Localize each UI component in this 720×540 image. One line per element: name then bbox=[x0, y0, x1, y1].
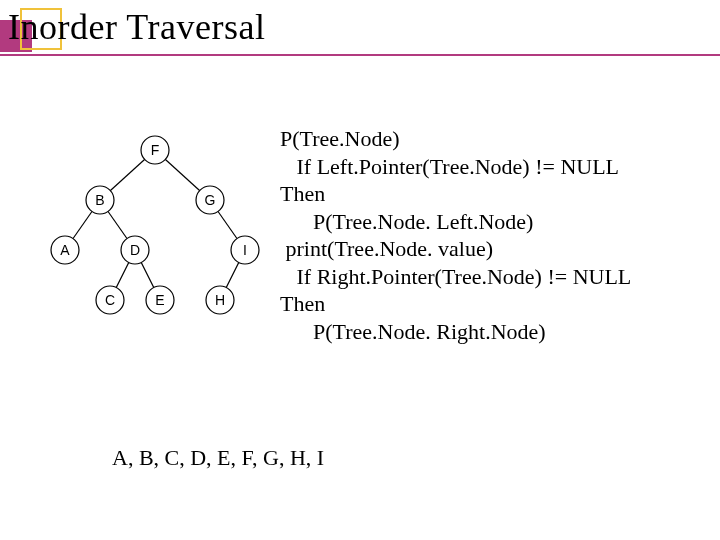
pseudocode-block: P(Tree.Node) If Left.Pointer(Tree.Node) … bbox=[280, 125, 631, 345]
title-area: Inorder Traversal bbox=[0, 0, 720, 70]
node-a-label: A bbox=[60, 242, 70, 258]
title-underline bbox=[0, 54, 720, 56]
binary-tree-diagram: F B G A D I C E H bbox=[40, 125, 270, 325]
code-line-1: P(Tree.Node) bbox=[280, 126, 400, 151]
code-line-5: print(Tree.Node. value) bbox=[280, 236, 493, 261]
code-line-4: P(Tree.Node. Left.Node) bbox=[280, 209, 533, 234]
code-line-2: If Left.Pointer(Tree.Node) != NULL bbox=[280, 154, 619, 179]
code-line-3: Then bbox=[280, 181, 325, 206]
code-line-6: If Right.Pointer(Tree.Node) != NULL bbox=[280, 264, 631, 289]
traversal-result: A, B, C, D, E, F, G, H, I bbox=[112, 445, 324, 471]
content-row: F B G A D I C E H P(Tree.Node) If Left.P… bbox=[0, 125, 720, 345]
node-f-label: F bbox=[151, 142, 160, 158]
code-line-7: Then bbox=[280, 291, 325, 316]
node-d-label: D bbox=[130, 242, 140, 258]
node-e-label: E bbox=[155, 292, 164, 308]
node-c-label: C bbox=[105, 292, 115, 308]
page-title: Inorder Traversal bbox=[8, 6, 265, 48]
node-b-label: B bbox=[95, 192, 104, 208]
node-g-label: G bbox=[205, 192, 216, 208]
code-line-8: P(Tree.Node. Right.Node) bbox=[280, 319, 546, 344]
node-i-label: I bbox=[243, 242, 247, 258]
node-h-label: H bbox=[215, 292, 225, 308]
